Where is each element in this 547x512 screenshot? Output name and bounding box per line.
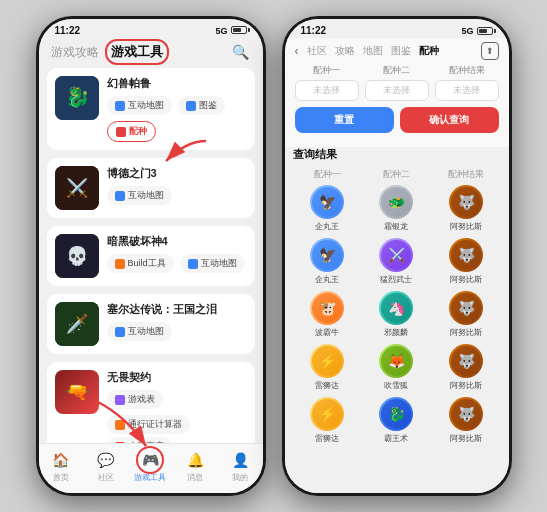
avatar-qiwan-1: 🦅: [310, 185, 344, 219]
results-header-2: 配种二: [362, 168, 431, 181]
game-info-5: 无畏契约 游戏表 通行证计算器: [107, 370, 247, 443]
svg-text:🐺: 🐺: [457, 247, 475, 264]
result-cell-5-2: 🐉 霸王术: [362, 397, 431, 444]
svg-text:🐉: 🐉: [388, 406, 406, 423]
signal-right: 5G: [461, 26, 473, 36]
name-anubis-3: 阿努比斯: [450, 327, 482, 338]
tool-agent-label-5: 游戏表: [128, 393, 155, 406]
nav-tabs-right: ‹ 社区 攻略 地图 图鉴 配种 ⬆: [295, 42, 499, 60]
avatar-chuixue-4: 🦊: [379, 344, 413, 378]
breed-select-3[interactable]: 未选择: [435, 80, 499, 101]
svg-text:⚡: ⚡: [319, 353, 337, 370]
tab-tools[interactable]: 游戏工具: [111, 43, 163, 61]
tool-breed-1[interactable]: 配种: [107, 121, 156, 142]
game-title-2: 博德之门3: [107, 166, 247, 181]
result-cell-2-3: 🐺 阿努比斯: [431, 238, 500, 285]
svg-text:⚔️: ⚔️: [388, 247, 406, 264]
result-cell-4-3: 🐺 阿努比斯: [431, 344, 500, 391]
results-title: 查询结果: [293, 147, 501, 162]
nav-wiki-r[interactable]: 图鉴: [391, 44, 411, 58]
game-item-1: 🐉 幻兽帕鲁 互动地图 图鉴: [47, 68, 255, 150]
avatar-leishi-4: ⚡: [310, 344, 344, 378]
tool-map-4[interactable]: 互动地图: [107, 322, 172, 341]
svg-text:🐲: 🐲: [388, 194, 406, 211]
share-button-right[interactable]: ⬆: [481, 42, 499, 60]
svg-text:💀: 💀: [66, 245, 89, 267]
result-cell-2-2: ⚔️ 猛烈武士: [362, 238, 431, 285]
time-left: 11:22: [55, 25, 81, 36]
name-anubis-1: 阿努比斯: [450, 221, 482, 232]
time-right: 11:22: [301, 25, 327, 36]
results-header-1: 配种一: [293, 168, 362, 181]
tool-map-1[interactable]: 互动地图: [107, 96, 172, 115]
nav-home[interactable]: 🏠 首页: [42, 450, 80, 483]
bottom-nav-left: 🏠 首页 💬 社区 🎮 游戏工具 🔔 消息 👤 我的: [39, 443, 263, 493]
tool-map-label-3: 互动地图: [201, 257, 237, 270]
map-icon-1: [115, 101, 125, 111]
tab-guides[interactable]: 游戏攻略: [51, 44, 99, 61]
svg-text:⚡: ⚡: [319, 406, 337, 423]
tool-agent-5[interactable]: 游戏表: [107, 390, 163, 409]
game-list: 🐉 幻兽帕鲁 互动地图 图鉴: [39, 68, 263, 443]
name-shuang-1: 霜银龙: [384, 221, 408, 232]
nav-guide-r[interactable]: 攻略: [335, 44, 355, 58]
tool-map-label-1: 互动地图: [128, 99, 164, 112]
game-item-3: 💀 暗黑破坏神4 Build工具 互动地图: [47, 226, 255, 286]
name-anubis-5: 阿努比斯: [450, 433, 482, 444]
name-anubis-2: 阿努比斯: [450, 274, 482, 285]
game-item-4: 🗡️ 塞尔达传说：王国之泪 互动地图: [47, 294, 255, 354]
agent-icon-5: [115, 395, 125, 405]
nav-messages[interactable]: 🔔 消息: [176, 450, 214, 483]
tool-build-label-3: Build工具: [128, 257, 166, 270]
battery-left: [231, 26, 247, 36]
breed-select-1[interactable]: 未选择: [295, 80, 359, 101]
nav-map-r[interactable]: 地图: [363, 44, 383, 58]
result-cell-1-3: 🐺 阿努比斯: [431, 185, 500, 232]
nav-community[interactable]: 💬 社区: [87, 450, 125, 483]
breed-icon-1: [116, 127, 126, 137]
result-cell-3-2: 🦄 邪颜麟: [362, 291, 431, 338]
game-thumb-5: 🔫: [55, 370, 99, 414]
avatar-anubis-5: 🐺: [449, 397, 483, 431]
nav-community-r[interactable]: 社区: [307, 44, 327, 58]
breed-select-2[interactable]: 未选择: [365, 80, 429, 101]
nav-tools[interactable]: 🎮 游戏工具: [131, 450, 169, 483]
avatar-leishi-5: ⚡: [310, 397, 344, 431]
tool-pass-5[interactable]: 通行证计算器: [107, 415, 190, 434]
svg-text:🐮: 🐮: [319, 300, 337, 317]
tool-wiki-1[interactable]: 图鉴: [178, 96, 225, 115]
pass-icon-5: [115, 420, 125, 430]
nav-profile-label: 我的: [232, 472, 248, 483]
breed-col-title-3: 配种结果: [435, 64, 499, 77]
tool-build-3[interactable]: Build工具: [107, 254, 174, 273]
svg-text:🦅: 🦅: [319, 247, 337, 264]
tool-wiki-label-1: 图鉴: [199, 99, 217, 112]
name-qiwan-2: 企丸王: [315, 274, 339, 285]
tab-row: 游戏攻略 游戏工具: [51, 43, 163, 61]
nav-profile[interactable]: 👤 我的: [221, 450, 259, 483]
svg-text:🦊: 🦊: [388, 353, 406, 370]
wiki-icon-1: [186, 101, 196, 111]
result-cell-3-3: 🐺 阿努比斯: [431, 291, 500, 338]
back-arrow-right[interactable]: ‹: [295, 44, 299, 58]
nav-breed-r[interactable]: 配种: [419, 44, 439, 58]
breed-action-row: 重置 确认查询: [295, 107, 499, 133]
game-thumb-1: 🐉: [55, 76, 99, 120]
result-row-2: 🦅 企丸王 ⚔️ 猛烈武士 🐺 阿努比斯: [293, 238, 501, 285]
game-tools-5: 游戏表 通行证计算器: [107, 390, 247, 434]
game-info-3: 暗黑破坏神4 Build工具 互动地图: [107, 234, 247, 273]
nav-home-label: 首页: [53, 472, 69, 483]
result-cell-4-1: ⚡ 雷狮达: [293, 344, 362, 391]
tool-map-2[interactable]: 互动地图: [107, 186, 172, 205]
breed-col-1: 配种一 未选择: [295, 64, 359, 101]
svg-text:🐺: 🐺: [457, 194, 475, 211]
breed-selectors: 配种一 未选择 配种二 未选择 配种结果 未选择: [295, 64, 499, 101]
breed-reset-button[interactable]: 重置: [295, 107, 394, 133]
tool-map-3[interactable]: 互动地图: [180, 254, 245, 273]
breed-confirm-button[interactable]: 确认查询: [400, 107, 499, 133]
app-header-right: ‹ 社区 攻略 地图 图鉴 配种 ⬆ 配种一 未选择 配种二 未选择: [285, 38, 509, 147]
results-header-3: 配种结果: [431, 168, 500, 181]
results-header: 配种一 配种二 配种结果: [293, 168, 501, 181]
messages-icon: 🔔: [185, 450, 205, 470]
search-button[interactable]: 🔍: [231, 42, 251, 62]
